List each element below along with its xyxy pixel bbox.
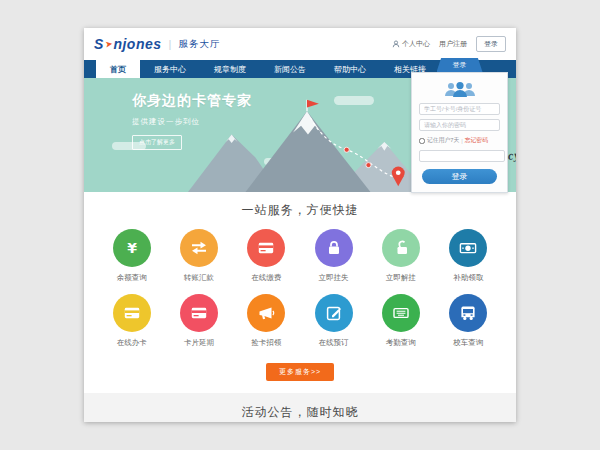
nav-item[interactable]: 规章制度 — [200, 60, 260, 78]
service-item[interactable]: 立即挂失 — [300, 229, 367, 283]
logo-text-rest: njones — [113, 36, 161, 52]
keyboard-icon — [391, 303, 411, 323]
users-icon — [441, 81, 479, 98]
login-tab[interactable]: 登录 — [437, 58, 483, 72]
site-name: 服务大厅 — [178, 38, 220, 51]
captcha-input[interactable] — [419, 150, 505, 162]
yen-icon: ¥ — [122, 238, 142, 258]
service-item[interactable]: 在线办卡 — [98, 294, 165, 348]
captcha-image[interactable]: cyp — [508, 147, 516, 163]
service-item[interactable]: 校车查询 — [434, 294, 501, 348]
login-options-row: 记住用户7天 | 忘记密码 — [419, 136, 500, 145]
service-icon-circle — [180, 294, 218, 332]
service-icon-circle — [315, 294, 353, 332]
service-item[interactable]: 在线缴费 — [233, 229, 300, 283]
service-label: 卡片延期 — [184, 338, 214, 348]
account-input[interactable] — [419, 103, 500, 115]
browser-page: S ➤ njones | 服务大厅 个人中心 用户注册 登录 首页服务中心规章制… — [84, 28, 516, 422]
announcements-title: 活动公告，随时知晓 — [84, 404, 516, 421]
service-label: 校车查询 — [453, 338, 483, 348]
transfer-icon — [189, 238, 209, 258]
service-item[interactable]: 考勤查询 — [367, 294, 434, 348]
hero-copy: 你身边的卡管专家 提供建设一步到位 点击了解更多 — [132, 92, 252, 150]
hero-cta-button[interactable]: 点击了解更多 — [132, 135, 182, 150]
service-item[interactable]: 转账汇款 — [165, 229, 232, 283]
lock-icon — [324, 238, 344, 258]
nav-item[interactable]: 新闻公告 — [260, 60, 320, 78]
service-label: 考勤查询 — [386, 338, 416, 348]
login-panel: 登录 记住用户7天 | 忘记密码 — [411, 58, 508, 193]
service-label: 在线缴费 — [251, 273, 281, 283]
personal-center-label: 个人中心 — [402, 39, 430, 49]
service-icon-circle — [315, 229, 353, 267]
service-item[interactable]: ¥ 余额查询 — [98, 229, 165, 283]
nav-item-label: 新闻公告 — [274, 64, 306, 75]
services-grid: ¥ 余额查询 转账汇款 在线缴费 立即挂失 立即解挂 — [84, 219, 516, 359]
nav-item-label: 首页 — [110, 64, 126, 75]
service-item[interactable]: 在线预订 — [300, 294, 367, 348]
login-submit-button[interactable]: 登录 — [422, 169, 497, 184]
service-label: 立即解挂 — [386, 273, 416, 283]
service-icon-circle: ¥ — [113, 229, 151, 267]
service-item[interactable]: 立即解挂 — [367, 229, 434, 283]
nav-item-label: 帮助中心 — [334, 64, 366, 75]
nav-item-label: 规章制度 — [214, 64, 246, 75]
announcements-section: 活动公告，随时知晓 使用指南 最新公告 更多>> 使用指南 更多>> — [84, 393, 516, 422]
service-icon-circle — [247, 294, 285, 332]
service-icon-circle — [382, 294, 420, 332]
service-item[interactable]: 捡卡招领 — [233, 294, 300, 348]
hero-title: 你身边的卡管专家 — [132, 92, 252, 110]
service-label: 立即挂失 — [319, 273, 349, 283]
services-section: 一站服务，方便快捷 ¥ 余额查询 转账汇款 在线缴费 立即挂失 — [84, 192, 516, 393]
site-header: S ➤ njones | 服务大厅 个人中心 用户注册 登录 — [84, 28, 516, 60]
forgot-password-link[interactable]: 忘记密码 — [465, 136, 488, 145]
service-icon-circle — [247, 229, 285, 267]
captcha-row: cyp 换一张 — [419, 148, 500, 163]
service-icon-circle — [113, 294, 151, 332]
nav-item[interactable]: 首页 — [96, 60, 140, 78]
logo-text-s: S — [94, 36, 104, 52]
remember-label: 记住用户7天 — [427, 136, 459, 145]
service-icon-circle — [449, 229, 487, 267]
desktop-background: S ➤ njones | 服务大厅 个人中心 用户注册 登录 首页服务中心规章制… — [0, 0, 600, 450]
personal-center-link[interactable]: 个人中心 — [392, 39, 430, 49]
edit-icon — [324, 303, 344, 323]
header-right: 个人中心 用户注册 登录 — [392, 36, 506, 52]
more-services-button[interactable]: 更多服务>> — [266, 363, 334, 381]
svg-text:¥: ¥ — [127, 240, 137, 256]
logo-divider: | — [169, 38, 172, 50]
service-label: 余额查询 — [117, 273, 147, 283]
header-login-button[interactable]: 登录 — [476, 36, 506, 52]
service-label: 在线办卡 — [117, 338, 147, 348]
service-label: 在线预订 — [319, 338, 349, 348]
nav-item[interactable]: 服务中心 — [140, 60, 200, 78]
service-label: 补助领取 — [453, 273, 483, 283]
service-label: 捡卡招领 — [251, 338, 281, 348]
remember-checkbox[interactable] — [419, 138, 425, 144]
user-register-link[interactable]: 用户注册 — [439, 39, 467, 49]
service-icon-circle — [382, 229, 420, 267]
nav-item-label: 服务中心 — [154, 64, 186, 75]
options-separator: | — [461, 138, 463, 144]
banknote-icon — [458, 238, 478, 258]
card-icon — [256, 238, 276, 258]
login-card: 记住用户7天 | 忘记密码 cyp 换一张 登录 — [411, 72, 508, 193]
site-logo[interactable]: S ➤ njones | 服务大厅 — [94, 36, 220, 52]
bus-icon — [458, 303, 478, 323]
unlock-icon — [391, 238, 411, 258]
service-label: 转账汇款 — [184, 273, 214, 283]
password-input[interactable] — [419, 119, 500, 131]
logo-arrow-icon: ➤ — [104, 39, 113, 50]
card-icon — [122, 303, 142, 323]
service-icon-circle — [180, 229, 218, 267]
service-item[interactable]: 补助领取 — [434, 229, 501, 283]
service-item[interactable]: 卡片延期 — [165, 294, 232, 348]
card-icon — [189, 303, 209, 323]
user-register-label: 用户注册 — [439, 39, 467, 49]
person-icon — [392, 40, 400, 48]
more-services-wrap: 更多服务>> — [84, 359, 516, 393]
nav-item[interactable]: 帮助中心 — [320, 60, 380, 78]
services-title: 一站服务，方便快捷 — [84, 202, 516, 219]
hero-banner: 你身边的卡管专家 提供建设一步到位 点击了解更多 — [84, 78, 516, 192]
hero-subtitle: 提供建设一步到位 — [132, 117, 252, 127]
